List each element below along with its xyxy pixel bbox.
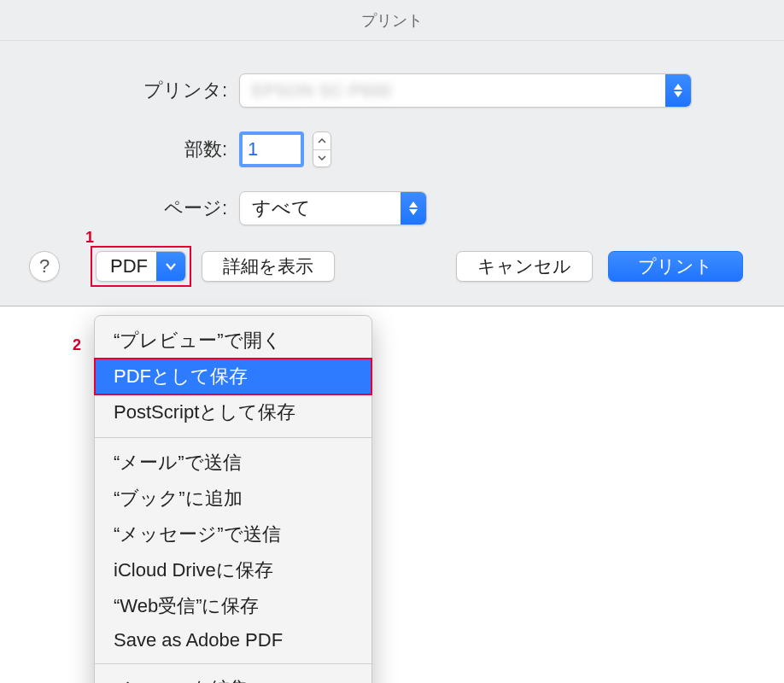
menu-item-label: メニューを編集...	[114, 678, 264, 683]
menu-save-icloud[interactable]: iCloud Driveに保存	[95, 552, 372, 588]
copies-stepper[interactable]	[313, 131, 331, 167]
menu-save-web-receive[interactable]: “Web受信”に保存	[95, 588, 372, 624]
copies-label: 部数:	[43, 137, 239, 162]
pages-select[interactable]: すべて	[239, 191, 427, 225]
menu-add-to-books[interactable]: “ブック”に追加	[95, 481, 372, 517]
updown-icon	[665, 74, 691, 107]
printer-label: プリンタ:	[43, 78, 239, 103]
chevron-down-icon	[156, 252, 185, 281]
menu-open-in-preview[interactable]: “プレビュー”で開く	[95, 323, 372, 359]
printer-select[interactable]: EPSON SC-P600	[239, 73, 692, 108]
menu-item-label: “メール”で送信	[114, 452, 242, 473]
window-title: プリント	[0, 0, 784, 41]
form-area: プリンタ: EPSON SC-P600 部数: ペ	[0, 41, 784, 225]
pdf-menu: 2 “プレビュー”で開く PDFとして保存 PostScriptとして保存 “メ…	[94, 315, 372, 683]
menu-edit[interactable]: メニューを編集...	[95, 671, 372, 683]
menu-item-label: iCloud Driveに保存	[114, 559, 273, 581]
show-details-button[interactable]: 詳細を表示	[202, 251, 335, 282]
copies-input[interactable]	[239, 131, 304, 167]
window-title-text: プリント	[361, 10, 423, 31]
menu-separator	[95, 437, 372, 438]
pdf-button-label: PDF	[110, 255, 148, 277]
pages-row: ページ: すべて	[43, 191, 741, 225]
menu-item-label: “メッセージ”で送信	[114, 523, 281, 545]
menu-send-mail[interactable]: “メール”で送信	[95, 445, 372, 481]
updown-icon	[401, 192, 426, 225]
printer-value: EPSON SC-P600	[252, 81, 391, 101]
annotation-2: 2	[73, 336, 81, 354]
chevron-down-icon[interactable]	[313, 150, 331, 167]
svg-marker-1	[674, 91, 682, 97]
svg-marker-2	[409, 201, 418, 207]
menu-save-as-pdf[interactable]: PDFとして保存	[95, 359, 372, 394]
print-dialog: プリント プリンタ: EPSON SC-P600 部数:	[0, 0, 784, 306]
annotation-1: 1	[85, 229, 94, 247]
printer-row: プリンタ: EPSON SC-P600	[43, 73, 741, 108]
pages-label: ページ:	[43, 196, 239, 221]
menu-item-label: “プレビュー”で開く	[114, 330, 282, 351]
menu-item-label: “ブック”に追加	[114, 487, 243, 509]
menu-item-label: PostScriptとして保存	[114, 401, 295, 423]
pdf-dropdown-button[interactable]: PDF	[96, 251, 186, 282]
menu-item-label: “Web受信”に保存	[114, 595, 260, 616]
menu-separator	[95, 663, 372, 664]
help-icon: ?	[39, 255, 50, 277]
cancel-label: キャンセル	[477, 254, 571, 278]
menu-send-messages[interactable]: “メッセージ”で送信	[95, 517, 372, 552]
show-details-label: 詳細を表示	[223, 254, 313, 278]
menu-item-label: PDFとして保存	[114, 365, 248, 387]
chevron-up-icon[interactable]	[313, 132, 331, 150]
help-button[interactable]: ?	[29, 251, 60, 282]
menu-save-as-postscript[interactable]: PostScriptとして保存	[95, 394, 372, 430]
pdf-button-wrap: 1 PDF	[96, 251, 186, 282]
cancel-button[interactable]: キャンセル	[456, 251, 593, 282]
svg-marker-0	[674, 84, 682, 90]
button-bar: ? 1 PDF 詳細を表示 キャンセル プリント	[0, 225, 784, 282]
print-button[interactable]: プリント	[608, 251, 743, 282]
menu-save-adobe-pdf[interactable]: Save as Adobe PDF	[95, 624, 372, 657]
copies-row: 部数:	[43, 131, 741, 167]
pages-value: すべて	[252, 196, 311, 221]
menu-item-label: Save as Adobe PDF	[114, 629, 283, 651]
svg-marker-3	[409, 209, 418, 215]
print-label: プリント	[638, 254, 713, 278]
